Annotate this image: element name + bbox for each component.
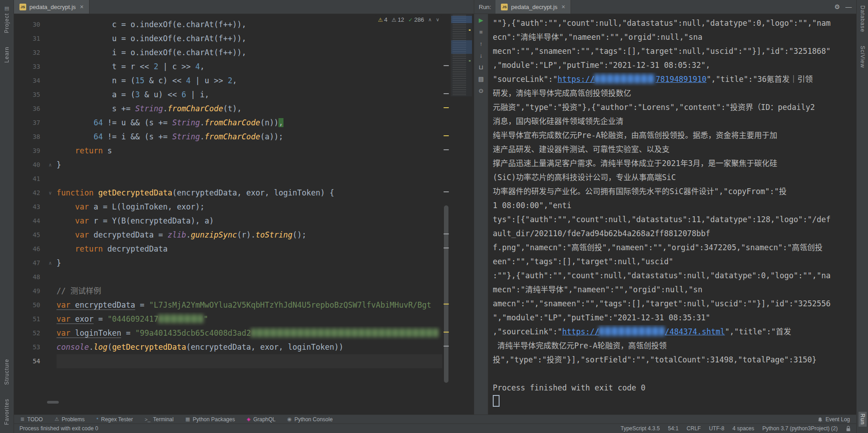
close-icon[interactable]: × [80,4,84,10]
chevron-up-icon[interactable]: ∧ [428,17,432,23]
line-number: 40 [14,158,44,172]
down-stack-trace-icon[interactable]: ↓ [480,52,483,58]
run-tab-pedata-decrypt[interactable]: JS pedata_decrypt.js × [495,0,571,14]
code-token [57,118,94,127]
code-token: 4 [186,76,191,85]
toolwindow-bar-python-packages[interactable]: ▦Python Packages [185,416,235,423]
clear-console-icon[interactable]: ⊔ [479,64,483,70]
lock-icon[interactable] [846,426,851,432]
editor-hscroll-thumb[interactable] [47,401,59,404]
code-token: i = o.indexOf(e.charAt(f++)), [57,48,246,57]
run-tab-label: pedata_decrypt.js [511,4,557,10]
code-token: c = o.indexOf(e.charAt(f++)), [57,20,246,29]
toolwindow-bar-regex-tester[interactable]: *Regex Tester [96,416,133,423]
code-token: & u) << [140,90,181,99]
run-toolbar: ▶■↑↓⊔▤⊙ [474,14,488,414]
toolwindow-button-learn[interactable]: Learn [3,45,11,65]
code-minimap[interactable] [451,14,472,96]
console-token[interactable]: https:// [557,75,594,84]
run-header: Run: JS pedata_decrypt.js × ⚙— [474,0,856,14]
console-line: ,"sourceLink":"https:///484374.shtml","t… [493,325,856,339]
code-token: a = ( [57,90,135,99]
inspections-widget[interactable]: ⚠4⚠12✓286∧∨ [375,15,442,24]
console-line: tys":[{"auth":"","count":null,"datastatu… [493,213,856,227]
stripe-mark[interactable] [443,332,449,333]
console-token[interactable]: /484374.shtml [665,327,725,336]
status-item[interactable]: TypeScript 4.3.5 [621,425,660,432]
toolwindow-bar-graphql[interactable]: ◈GraphQL [247,416,276,423]
stripe-mark[interactable] [443,107,449,108]
editor-vscroll-thumb[interactable] [444,205,448,383]
fold-gap [44,200,57,214]
toolwindow-button-run[interactable]: Run [859,412,867,427]
soft-wrap-icon[interactable]: ▤ [478,76,484,82]
stripe-mark[interactable] [443,247,449,248]
status-item[interactable]: 4 spaces [732,425,754,432]
status-item[interactable]: Python 3.7 (python3Project) (2) [762,425,838,432]
terminal-icon: >_ [145,417,151,422]
toolwindow-button-favorites[interactable]: Favorites [3,397,11,427]
fold-gap [44,242,57,256]
line-number: 42 [14,186,44,200]
right-tool-strip: DatabaseSciView Run [856,0,868,433]
problems-icon: ⚠ [55,416,59,422]
up-stack-trace-icon[interactable]: ↑ [480,41,483,47]
stripe-mark[interactable] [443,233,449,234]
editor-hscroll[interactable] [14,400,442,404]
code-token: } [57,160,61,169]
close-icon[interactable]: × [561,4,565,10]
line-number: 37 [14,116,44,130]
toolwindow-button-database[interactable]: Database [859,4,867,34]
error-stripe[interactable] [443,14,450,414]
stripe-mark[interactable] [443,191,449,192]
inspection-count[interactable]: ⚠4 [378,16,387,23]
toolwindow-button-sciview[interactable]: SciView [859,44,867,70]
hide-panel-icon[interactable]: — [845,3,852,10]
fold-marker-icon[interactable]: ∨ [44,186,57,200]
status-item[interactable]: UTF-8 [709,425,724,432]
inspection-count[interactable]: ⚠12 [392,16,404,23]
console-token[interactable]: 78194891910 [656,75,707,84]
event-log-button[interactable]: Event Log [818,416,850,423]
pin-icon[interactable]: ⊙ [479,88,484,94]
fold-marker-icon[interactable]: ∧ [44,256,57,270]
code-text: var loginToken = "99a401435dcb65c4008d3a… [57,326,442,340]
toolwindow-button-structure[interactable]: Structure [3,357,11,387]
stripe-mark[interactable] [443,93,449,94]
toolwindow-bar-python-console[interactable]: ◉Python Console [288,416,333,423]
console-line: "sourceLink":"https://78194891910","titl… [493,72,856,86]
console-token[interactable] [599,327,665,336]
code-token: != u && (s += [103,118,172,127]
rerun-icon[interactable]: ▶ [479,17,483,23]
status-message: Process finished with exit code 0 [19,425,98,432]
inspection-count[interactable]: ✓286 [408,16,424,23]
console-token[interactable] [594,74,656,83]
fold-gap [44,18,57,32]
toolwindow-bar-problems[interactable]: ⚠Problems [55,416,85,423]
editor-tab-pedata-decrypt[interactable]: JS pedata_decrypt.js × [14,0,90,14]
console-token[interactable]: https:// [562,327,599,336]
console-output[interactable]: ""},{"auth":"","count":null,"datastatus"… [488,14,856,414]
toolwindow-bar-label: Python Console [294,416,333,423]
chevron-down-icon[interactable]: ∨ [436,17,439,23]
code-token: " [203,314,208,324]
left-tool-strip: ▤ProjectLearn StructureFavorites [0,0,14,433]
stripe-mark[interactable] [443,149,449,150]
toolwindow-bar-todo[interactable]: ≣TODO [20,416,43,423]
stripe-mark[interactable] [443,346,449,347]
code-token: String [135,104,163,113]
status-item[interactable]: CRLF [687,425,701,432]
toolwindow-button-project[interactable]: ▤Project [3,4,11,35]
console-line: mecn":"","snameen":"","tags":[],"target"… [493,44,856,58]
settings-gear-icon[interactable]: ⚙ [834,3,840,10]
stripe-mark[interactable] [443,135,449,136]
fold-marker-icon[interactable]: ∧ [44,158,57,172]
stop-icon[interactable]: ■ [479,29,483,35]
status-item[interactable]: 54:1 [668,425,679,432]
toolwindow-bar-terminal[interactable]: >_Terminal [145,416,174,423]
code-token [251,328,439,337]
line-number: 32 [14,46,44,60]
code-token: log [94,343,108,352]
stripe-mark[interactable] [443,65,449,66]
stripe-mark[interactable] [443,304,449,305]
